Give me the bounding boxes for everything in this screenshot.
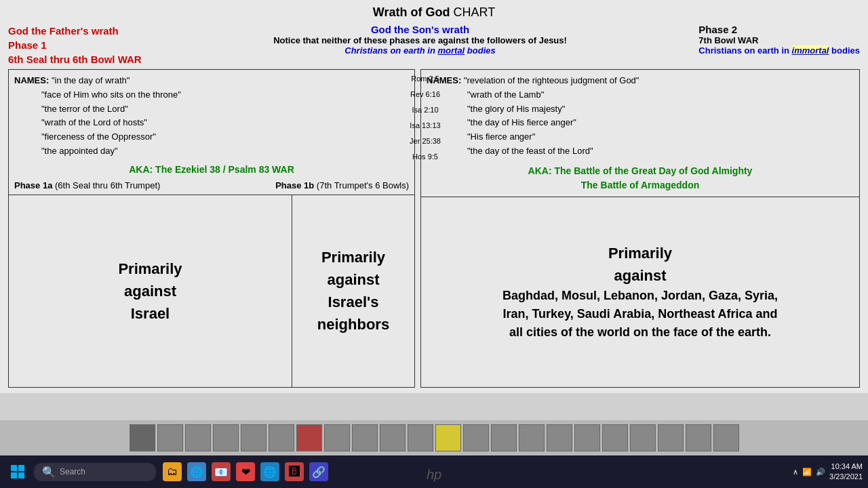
christians-immortal: Christians on earth in immortal bodies	[698, 45, 860, 56]
ref-4: Isa 13:13	[401, 118, 449, 134]
ref-2: Rev 6:16	[401, 87, 449, 102]
thumb-15[interactable]	[519, 424, 545, 451]
left-aka: AKA: The Ezekiel 38 / Psalm 83 WAR	[14, 164, 409, 175]
thumb-22[interactable]	[713, 424, 739, 451]
start-button[interactable]	[5, 460, 30, 484]
right-aka-line2: The Battle of Armageddon	[427, 178, 854, 192]
svg-rect-2	[11, 472, 17, 479]
thumb-9[interactable]	[352, 424, 378, 451]
thumbnail-strip	[0, 420, 868, 455]
thumb-16[interactable]	[547, 424, 572, 451]
phase1a-label: Phase 1a (6th Seal thru 6th Trumpet)	[14, 180, 160, 190]
ref-3: Isa 2:10	[401, 102, 449, 118]
thumb-13[interactable]	[463, 424, 489, 451]
left-sub2-neighbors: Primarily against Israel's neighbors	[292, 195, 414, 387]
thumb-11[interactable]	[408, 424, 433, 451]
clock-date: 3/23/2021	[829, 472, 863, 482]
taskbar-icon-1[interactable]: 🗂	[163, 462, 182, 481]
right-names-section: NAMES: "revelation of the righteous judg…	[427, 74, 854, 159]
tray-up-arrow[interactable]: ∧	[793, 468, 798, 476]
phase1b-bold: Phase 1b	[275, 180, 314, 190]
phase2-header: Phase 2 7th Bowl WAR Christians on earth…	[698, 24, 860, 56]
phases-row: Phase 1a (6th Seal thru 6th Trumpet) Pha…	[14, 180, 409, 190]
right-bottom-text: Primarily against Baghdad, Mosul, Lebano…	[502, 242, 778, 342]
thumb-7[interactable]	[296, 424, 322, 451]
thumb-4[interactable]	[213, 424, 239, 451]
phase2-line2: 7th Bowl WAR	[698, 35, 860, 45]
phase1-line1: God the Father's wrath	[8, 24, 142, 38]
ref-1: Rom 2:5	[401, 71, 449, 87]
notice-text: Notice that neither of these phases are …	[149, 35, 692, 45]
thumb-8[interactable]	[324, 424, 350, 451]
page-title: Wrath of God CHART	[8, 5, 860, 20]
network-icon: 📶	[802, 468, 812, 476]
thumb-20[interactable]	[658, 424, 684, 451]
thumb-12[interactable]	[435, 424, 461, 451]
right-bottom: Primarily against Baghdad, Mosul, Lebano…	[421, 197, 859, 387]
right-aka: AKA: The Battle of the Great Day of God …	[427, 164, 854, 192]
taskbar-icon-6[interactable]: 🅱	[285, 462, 304, 481]
thumb-6[interactable]	[269, 424, 294, 451]
left-name-1: "face of Him who sits on the throne"	[41, 89, 181, 100]
taskbar-icon-5[interactable]: 🌐	[260, 462, 279, 481]
svg-rect-3	[18, 472, 24, 479]
title-chart: CHART	[453, 5, 495, 19]
thumb-19[interactable]	[630, 424, 656, 451]
thumb-21[interactable]	[686, 424, 711, 451]
christians-mortal: Christians on earth in mortal bodies	[149, 45, 692, 56]
phase1-line2: Phase 1	[8, 38, 142, 52]
right-name-2: "the glory of His majesty"	[467, 104, 565, 114]
phase1a-bold: Phase 1a	[14, 180, 52, 190]
left-name-0: "in the day of wrath"	[52, 75, 130, 85]
sons-wrath: God the Son's wrath	[149, 24, 692, 35]
main-content: Wrath of God CHART God the Father's wrat…	[0, 0, 868, 393]
taskbar-icon-7[interactable]: 🔗	[309, 462, 328, 481]
phase1a-desc: (6th Seal thru 6th Trumpet)	[55, 180, 160, 190]
taskbar-icon-3[interactable]: 📧	[212, 462, 231, 481]
left-name-2: "the terror of the Lord"	[41, 104, 128, 114]
right-top: NAMES: "revelation of the righteous judg…	[421, 70, 859, 197]
thumb-14[interactable]	[491, 424, 517, 451]
phase1b-desc: (7th Trumpet's 6 Bowls)	[317, 180, 409, 190]
taskbar-icons: 🗂 🌐 📧 ❤ 🌐 🅱 🔗	[163, 462, 328, 481]
phase1-header: God the Father's wrath Phase 1 6th Seal …	[8, 24, 142, 66]
thumb-2[interactable]	[157, 424, 183, 451]
search-box[interactable]: 🔍 Search	[34, 463, 156, 481]
right-name-5: "the day of the feast of the Lord"	[467, 146, 593, 156]
title-wrath: Wrath of God	[373, 5, 450, 19]
ref-5: Jer 25:38	[401, 134, 449, 149]
thumb-1[interactable]	[130, 424, 155, 451]
left-bottom: Primarily against Israel Primarily again…	[9, 195, 414, 387]
time-display: 10:34 AM 3/23/2021	[829, 462, 863, 483]
left-top: NAMES: "in the day of wrath" "face of Hi…	[9, 70, 414, 195]
right-name-0: "revelation of the righteous judgment of…	[464, 75, 639, 85]
thumb-5[interactable]	[241, 424, 267, 451]
left-sub1-israel: Primarily against Israel	[9, 195, 292, 387]
right-aka-line1: AKA: The Battle of the Great Day of God …	[427, 164, 854, 178]
phase1-line3: 6th Seal thru 6th Bowl WAR	[8, 52, 142, 66]
left-name-5: "the appointed day"	[41, 146, 118, 156]
left-names-label: NAMES:	[14, 75, 49, 85]
thumb-3[interactable]	[185, 424, 211, 451]
clock-time: 10:34 AM	[829, 462, 863, 472]
right-name-1: "wrath of the Lamb"	[467, 89, 544, 100]
right-panel: NAMES: "revelation of the righteous judg…	[420, 69, 860, 388]
left-sub1-text: Primarily against Israel	[118, 258, 182, 325]
taskbar-icon-4[interactable]: ❤	[236, 462, 255, 481]
search-label: Search	[60, 467, 85, 476]
phase2-line1: Phase 2	[698, 24, 860, 35]
system-tray: ∧ 📶 🔊 10:34 AM 3/23/2021	[793, 462, 863, 483]
left-names-section: NAMES: "in the day of wrath" "face of Hi…	[14, 74, 409, 159]
thumb-18[interactable]	[602, 424, 628, 451]
ref-6: Hos 9:5	[401, 149, 449, 165]
left-sub2-text: Primarily against Israel's neighbors	[317, 246, 389, 336]
header-section: God the Father's wrath Phase 1 6th Seal …	[8, 24, 860, 66]
thumb-10[interactable]	[380, 424, 406, 451]
left-name-3: "wrath of the Lord of hosts"	[41, 117, 147, 127]
left-panel: NAMES: "in the day of wrath" "face of Hi…	[8, 69, 415, 388]
volume-icon: 🔊	[816, 468, 825, 476]
center-header: God the Son's wrath Notice that neither …	[142, 24, 699, 56]
right-name-4: "His fierce anger"	[467, 131, 535, 142]
taskbar-icon-2[interactable]: 🌐	[187, 462, 206, 481]
thumb-17[interactable]	[574, 424, 600, 451]
